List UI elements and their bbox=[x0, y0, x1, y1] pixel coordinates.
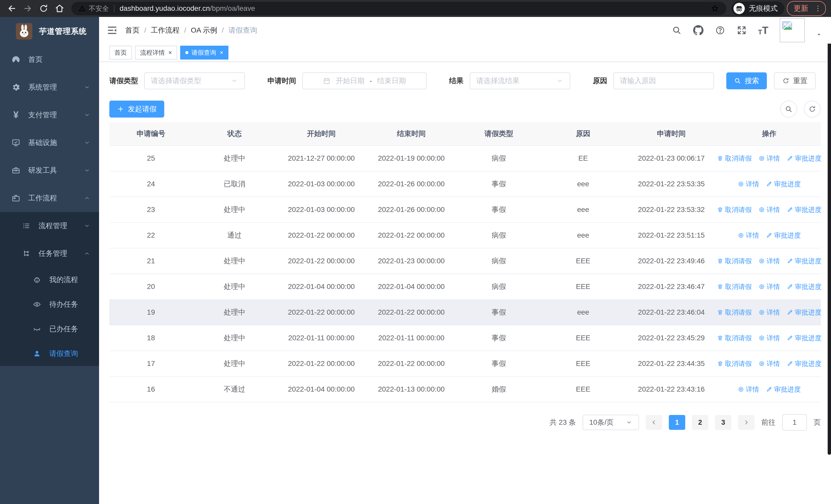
bookmark-star-icon[interactable] bbox=[710, 4, 720, 13]
sidebar-item-infrastructure[interactable]: 基础设施 bbox=[0, 129, 99, 156]
cell-applied: 2022-01-23 00:06:17 bbox=[625, 146, 718, 171]
op-detail-link[interactable]: 详情 bbox=[758, 282, 780, 291]
avatar[interactable] bbox=[780, 18, 805, 42]
op-detail-link[interactable]: 详情 bbox=[758, 359, 780, 368]
search-button[interactable]: 搜索 bbox=[726, 72, 767, 89]
reset-button[interactable]: 重置 bbox=[774, 72, 815, 89]
update-button[interactable]: 更新 bbox=[787, 1, 826, 16]
breadcrumb: 首页/工作流程/OA 示例/请假查询 bbox=[125, 25, 257, 35]
leave-type-select[interactable]: 请选择请假类型 bbox=[144, 72, 245, 89]
tab-label: 请假查询 bbox=[192, 49, 216, 57]
op-detail-link[interactable]: 详情 bbox=[758, 154, 780, 163]
page-content: 请假类型 请选择请假类型 申请时间 开始日期 - 结束日期 bbox=[99, 62, 831, 504]
cell-reason: EEE bbox=[541, 248, 625, 274]
url-path: /bpm/oa/leave bbox=[210, 4, 255, 12]
search-icon[interactable] bbox=[672, 25, 682, 35]
sidebar-item-home[interactable]: 首页 bbox=[0, 46, 99, 73]
hamburger-icon[interactable] bbox=[99, 25, 125, 36]
sidebar-item-done-tasks[interactable]: 已办任务 bbox=[0, 317, 99, 341]
close-icon[interactable]: × bbox=[220, 50, 223, 56]
op-progress-link[interactable]: 审批进度 bbox=[786, 359, 822, 368]
prev-page-button[interactable] bbox=[646, 415, 662, 430]
page-button-2[interactable]: 2 bbox=[692, 415, 708, 430]
sidebar-item-dev-tools[interactable]: 研发工具 bbox=[0, 156, 99, 184]
sidebar-item-payment[interactable]: ¥支付管理 bbox=[0, 101, 99, 129]
close-icon[interactable]: × bbox=[168, 50, 172, 56]
apply-time-range-picker[interactable]: 开始日期 - 结束日期 bbox=[302, 72, 427, 89]
create-leave-button[interactable]: 发起请假 bbox=[109, 100, 164, 118]
op-detail-link[interactable]: 详情 bbox=[738, 231, 759, 240]
breadcrumb-item[interactable]: 工作流程 bbox=[151, 25, 180, 35]
fullscreen-icon[interactable] bbox=[737, 25, 747, 35]
cell-reason: eee bbox=[541, 299, 625, 325]
op-detail-link[interactable]: 详情 bbox=[758, 308, 780, 317]
address-bar[interactable]: 不安全 dashboard.yudao.iocoder.cn /bpm/oa/l… bbox=[71, 2, 726, 15]
logo[interactable]: 芋道管理系统 bbox=[0, 17, 99, 46]
op-progress-link[interactable]: 审批进度 bbox=[786, 154, 822, 163]
result-select[interactable]: 请选择流结果 bbox=[470, 72, 570, 89]
op-progress-link[interactable]: 审批进度 bbox=[786, 308, 822, 317]
filter-form: 请假类型 请选择请假类型 申请时间 开始日期 - 结束日期 bbox=[109, 72, 821, 89]
sidebar-item-task-mgmt[interactable]: 任务管理 bbox=[0, 240, 99, 267]
cell-reason: EEE bbox=[541, 377, 625, 402]
sidebar-item-my-process[interactable]: 我的流程 bbox=[0, 267, 99, 292]
op-progress-link[interactable]: 审批进度 bbox=[786, 257, 822, 266]
back-icon[interactable] bbox=[5, 2, 19, 15]
op-detail-link[interactable]: 详情 bbox=[738, 180, 759, 188]
op-cancel-link[interactable]: 取消请假 bbox=[717, 282, 752, 291]
op-detail-link[interactable]: 详情 bbox=[758, 205, 780, 214]
next-page-button[interactable] bbox=[738, 415, 754, 430]
view-icon bbox=[758, 360, 765, 367]
sidebar-item-todo-tasks[interactable]: 待办任务 bbox=[0, 292, 99, 317]
page-size-select[interactable]: 10条/页 bbox=[582, 415, 639, 430]
cell-start: 2022-01-22 00:00:00 bbox=[277, 299, 366, 325]
edit-icon bbox=[786, 309, 793, 316]
page-button-1[interactable]: 1 bbox=[669, 415, 685, 430]
op-cancel-link[interactable]: 取消请假 bbox=[717, 205, 752, 214]
reload-icon[interactable] bbox=[37, 2, 50, 15]
op-cancel-link[interactable]: 取消请假 bbox=[717, 154, 752, 163]
tab-请假查询[interactable]: 请假查询× bbox=[180, 46, 228, 60]
forward-icon[interactable] bbox=[21, 2, 34, 15]
op-detail-link[interactable]: 详情 bbox=[758, 257, 780, 266]
op-progress-link[interactable]: 审批进度 bbox=[786, 205, 822, 214]
op-progress-link[interactable]: 审批进度 bbox=[766, 385, 801, 394]
sidebar-item-system[interactable]: 系统管理 bbox=[0, 73, 99, 101]
home-icon[interactable] bbox=[53, 2, 66, 15]
sidebar-item-leave-query[interactable]: 请假查询 bbox=[0, 341, 99, 366]
op-progress-link[interactable]: 审批进度 bbox=[786, 282, 822, 291]
cell-status: 已取消 bbox=[193, 171, 277, 197]
view-icon bbox=[758, 258, 765, 264]
op-cancel-link[interactable]: 取消请假 bbox=[717, 359, 752, 368]
tab-流程详情[interactable]: 流程详情× bbox=[135, 46, 177, 60]
op-detail-link[interactable]: 详情 bbox=[738, 385, 759, 394]
cell-applied: 2022-01-22 23:46:04 bbox=[625, 299, 718, 325]
breadcrumb-item[interactable]: 首页 bbox=[125, 25, 140, 35]
sidebar-item-process-mgmt[interactable]: 流程管理 bbox=[0, 212, 99, 240]
refresh-table-button[interactable] bbox=[804, 100, 821, 118]
chevron-up-icon bbox=[84, 250, 90, 257]
reason-input[interactable] bbox=[613, 72, 714, 89]
browser-menu-icon[interactable] bbox=[813, 4, 822, 13]
op-cancel-link[interactable]: 取消请假 bbox=[717, 334, 752, 343]
font-size-icon[interactable]: TT bbox=[758, 25, 768, 35]
op-progress-link[interactable]: 审批进度 bbox=[786, 334, 822, 343]
breadcrumb-item[interactable]: OA 示例 bbox=[191, 25, 218, 35]
sidebar-item-workflow[interactable]: 工作流程 bbox=[0, 184, 99, 212]
op-cancel-link[interactable]: 取消请假 bbox=[717, 308, 752, 317]
op-detail-link[interactable]: 详情 bbox=[758, 334, 780, 343]
op-cancel-link[interactable]: 取消请假 bbox=[717, 257, 752, 266]
tab-首页[interactable]: 首页 bbox=[109, 46, 132, 60]
help-icon[interactable] bbox=[715, 25, 725, 35]
goto-label: 前往 bbox=[761, 417, 776, 427]
caret-down-icon[interactable] bbox=[816, 32, 822, 37]
goto-page-input[interactable] bbox=[782, 414, 807, 431]
toggle-search-button[interactable] bbox=[780, 100, 797, 118]
cell-operations: 取消请假详情审批进度 bbox=[718, 299, 821, 325]
scrollbar[interactable] bbox=[828, 17, 831, 455]
op-progress-link[interactable]: 审批进度 bbox=[766, 180, 801, 188]
op-progress-link[interactable]: 审批进度 bbox=[766, 231, 801, 240]
page-button-3[interactable]: 3 bbox=[715, 415, 732, 430]
github-icon[interactable] bbox=[693, 25, 704, 36]
table-row: 24已取消2022-01-03 00:00:002022-01-26 00:00… bbox=[109, 171, 821, 197]
